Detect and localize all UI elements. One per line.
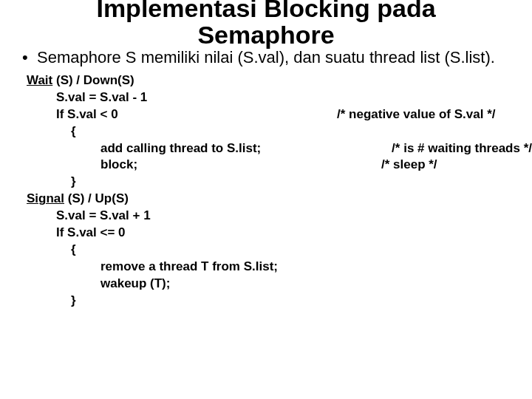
slide-title: Implementasi Blocking pada Semaphore (0, 0, 532, 48)
signal-header: Signal (S) / Up(S) (27, 191, 532, 208)
code-block: Wait (S) / Down(S) S.val = S.val - 1 If … (27, 72, 532, 310)
signal-header-rest: (S) / Up(S) (64, 191, 129, 205)
wait-line-1: S.val = S.val - 1 (27, 89, 532, 106)
signal-brace-close: } (27, 293, 532, 310)
wait-line-2: If S.val < 0 /* negative value of S.val … (27, 106, 532, 123)
signal-line-4: wakeup (T); (27, 276, 532, 293)
signal-line-2: If S.val <= 0 (27, 225, 532, 242)
wait-line-3: add calling thread to S.list; /* is # wa… (27, 140, 532, 157)
signal-brace-open: { (27, 242, 532, 259)
bullet-item: •Semaphore S memiliki nilai (S.val), dan… (22, 48, 510, 67)
title-line-2: Semaphore (0, 22, 532, 49)
wait-header-underline: Wait (27, 73, 52, 87)
wait-line-4-code: block; (27, 157, 381, 174)
wait-line-2-code: If S.val < 0 (27, 106, 337, 123)
wait-line-3-code: add calling thread to S.list; (27, 140, 392, 157)
title-line-1: Implementasi Blocking pada (0, 0, 532, 22)
signal-line-3: remove a thread T from S.list; (27, 259, 532, 276)
wait-brace-open: { (27, 123, 532, 140)
wait-line-4: block; /* sleep */ (27, 157, 532, 174)
wait-header: Wait (S) / Down(S) (27, 72, 532, 89)
wait-line-3-comment: /* is # waiting threads */ (392, 140, 532, 157)
bullet-text: Semaphore S memiliki nilai (S.val), dan … (37, 48, 495, 66)
wait-brace-close: } (27, 174, 532, 191)
signal-line-1: S.val = S.val + 1 (27, 208, 532, 225)
signal-header-underline: Signal (27, 191, 64, 205)
wait-line-4-comment: /* sleep */ (381, 157, 437, 174)
wait-line-2-comment: /* negative value of S.val */ (337, 106, 495, 123)
wait-header-rest: (S) / Down(S) (52, 73, 134, 87)
bullet-dot: • (22, 48, 37, 67)
